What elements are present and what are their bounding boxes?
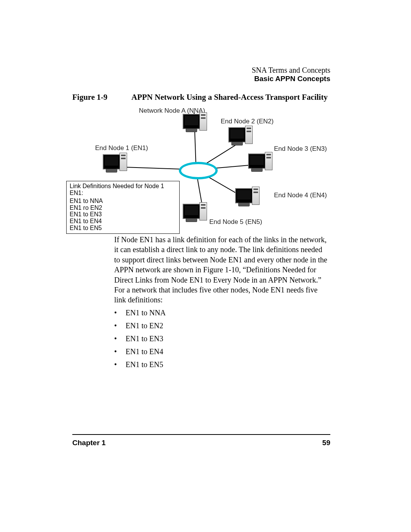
bullet-item: EN1 to EN4 <box>114 345 166 358</box>
page-header: SNA Terms and Concepts Basic APPN Concep… <box>252 66 330 83</box>
bullet-item: EN1 to EN5 <box>114 358 166 371</box>
hub-icon <box>179 162 218 179</box>
linkbox-item: EN1 to EN4 <box>70 218 176 225</box>
footer-page-number: 59 <box>322 439 330 447</box>
node-label-en1: End Node 1 (EN1) <box>95 144 148 152</box>
node-label-en4: End Node 4 (EN4) <box>274 192 327 199</box>
linkbox-item: EN1 to EN5 <box>70 225 176 232</box>
link-definitions-box: Link Definitions Needed for Node 1 EN1: … <box>66 181 180 234</box>
bullet-item: EN1 to EN2 <box>114 319 166 332</box>
computer-icon <box>235 187 260 211</box>
node-label-en2: End Node 2 (EN2) <box>221 118 274 125</box>
header-section-title: SNA Terms and Concepts <box>252 66 330 75</box>
linkbox-item: EN1 to EN3 <box>70 211 176 218</box>
network-diagram: Network Node A (NNA) End Node 2 (EN2) En… <box>61 105 327 227</box>
figure-caption: Figure 1-9 APPN Network Using a Shared-A… <box>72 93 328 102</box>
linkbox-title: Link Definitions Needed for Node 1 EN1: <box>70 183 176 196</box>
body-paragraph: If Node EN1 has a link definition for ea… <box>114 235 328 305</box>
footer-chapter: Chapter 1 <box>72 439 106 447</box>
figure-title: APPN Network Using a Shared-Access Trans… <box>131 93 328 102</box>
linkbox-item: EN1 to NNA <box>70 198 176 204</box>
computer-icon <box>103 153 127 177</box>
bullet-item: EN1 to EN3 <box>114 332 166 345</box>
linkbox-item: EN1 ro EN2 <box>70 204 176 211</box>
bullet-item: EN1 to NNA <box>114 306 166 319</box>
node-label-en3: End Node 3 (EN3) <box>274 145 327 153</box>
page-footer: Chapter 1 59 <box>72 439 330 447</box>
footer-rule <box>72 434 330 435</box>
computer-icon <box>248 152 272 176</box>
computer-icon <box>183 202 207 227</box>
bullet-list: EN1 to NNA EN1 to EN2 EN1 to EN3 EN1 to … <box>114 306 166 371</box>
computer-icon <box>183 112 207 137</box>
page: SNA Terms and Concepts Basic APPN Concep… <box>0 0 411 532</box>
figure-label: Figure 1-9 <box>72 93 118 102</box>
header-topic-title: Basic APPN Concepts <box>252 75 330 83</box>
computer-icon <box>228 126 253 150</box>
node-label-en5: End Node 5 (EN5) <box>209 218 262 226</box>
